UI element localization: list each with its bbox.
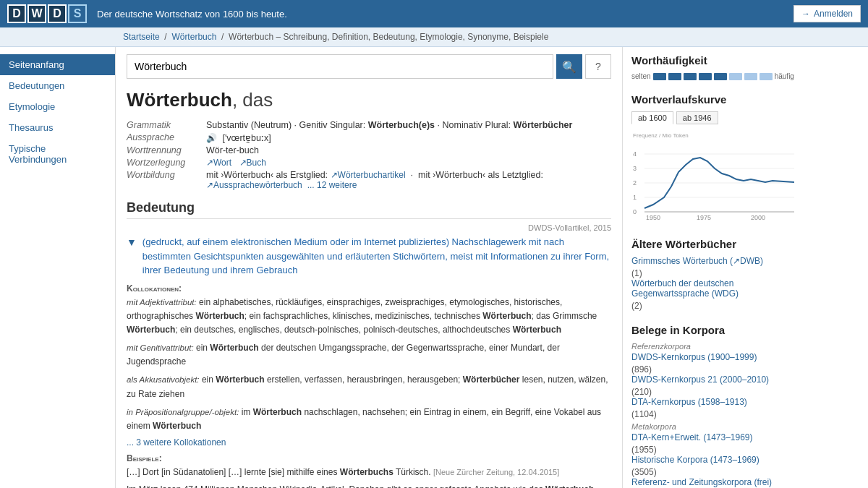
worthaeufigkeit-section: Worthäufigkeit selten häufig [631,54,794,80]
grammar-row-aussprache: Aussprache 🔊 ['vœrtɐ̯buːx] [127,132,611,143]
dta-kernkorpus-link[interactable]: DTA-Kernkorpus (1598–1913) [631,397,794,407]
breadcrumb-home[interactable]: Startseite [123,32,160,42]
svg-text:1950: 1950 [646,214,660,221]
wdg-link[interactable]: Wörterbuch der deutschen Gegenwartssprac… [631,278,794,299]
grammar-label: Grammatik [127,120,206,130]
sidebar: Seitenanfang Bedeutungen Etymologie Thes… [0,47,116,488]
freq-label-selten: selten [631,72,651,80]
svg-text:1975: 1975 [697,214,711,221]
worttrennung-value: Wör-ter-buch [206,145,259,155]
aelteres-item-2: Wörterbuch der deutschen Gegenwartssprac… [631,278,794,311]
svg-text:2: 2 [633,179,637,187]
wortverlauf-tab-1600[interactable]: ab 1600 [631,111,673,124]
beispiele-label: Beispiele: [127,453,611,463]
wortverlauf-heading: Wortverlaufskurve [631,93,794,106]
referenz-label: Referenzkorpora [631,342,794,351]
freq-bar-3 [684,73,697,80]
main-content: 🔍 ? Wörterbuch, das Grammatik Substantiv… [116,47,622,488]
audio-icon[interactable]: 🔊 [206,133,217,143]
sidebar-item-seitenanfang[interactable]: Seitenanfang [0,54,115,75]
wortzerlegung-label: Wortzerlegung [127,158,206,168]
referenz-item-2: DWDS-Kernkorpus 21 (2000–2010) (210) [631,374,794,397]
svg-text:1: 1 [633,194,637,201]
entry-article: , das [232,89,273,111]
wortzerlegung-wort[interactable]: ↗Wort [206,158,231,168]
grammar-row-wortbildung: Wortbildung mit ›Wörterbuch‹ als Erstgli… [127,170,611,190]
aussprache-label: Aussprache [127,132,206,143]
dta-kern-erweit-count: (1955) [631,445,657,455]
wortzerlegung-buch[interactable]: ↗Buch [239,158,266,168]
login-label: Anmelden [814,9,853,19]
wortbildung-label: Wortbildung [127,170,206,190]
aussprache-value: 🔊 ['vœrtɐ̯buːx] [206,132,271,143]
dwds-kernkorpus-count: (896) [631,364,652,374]
freq-bar-area: selten häufig [631,72,794,80]
hist-korpora-link[interactable]: Historische Korpora (1473–1969) [631,455,794,465]
search-button[interactable]: 🔍 [556,54,582,79]
breadcrumb: Startseite / Wörterbuch / Wörterbuch – S… [0,27,868,47]
wortverlauf-tab-1946[interactable]: ab 1946 [676,111,718,124]
dwds-kernkorpus-link[interactable]: DWDS-Kernkorpus (1900–1999) [631,352,794,362]
svg-text:4: 4 [633,150,637,158]
kollok-praep-para: in Präpositionalgruppe/-objekt: im Wörte… [127,406,611,433]
freq-bar-2 [668,73,681,80]
referenz-item-1: DWDS-Kernkorpus (1900–1999) (896) [631,352,794,374]
more-kollok-link[interactable]: ... 3 weitere Kollokationen [127,437,226,448]
frequency-chart: Frequenz / Mio Token 4 3 2 1 0 [631,129,794,223]
wortverlauf-section: Wortverlaufskurve ab 1600 ab 1946 Freque… [631,93,794,225]
bedeutung-toggle[interactable]: ▼ [127,236,137,278]
wortbildung-value: mit ›Wörterbuch‹ als Erstglied: ↗Wörterb… [206,170,611,190]
logo: D W D S [7,4,87,23]
svg-text:0: 0 [633,208,637,215]
bedeutung-text: (gedruckt, auf einem elektronischen Medi… [142,235,611,278]
referenz-item-3: DTA-Kernkorpus (1598–1913) (1104) [631,397,794,419]
sidebar-item-typische-verbindungen[interactable]: Typische Verbindungen [0,138,115,170]
grammar-row-grammatik: Grammatik Substantiv (Neutrum) · Genitiv… [127,120,611,130]
grammar-value: Substantiv (Neutrum) · Genitiv Singular:… [206,120,572,130]
wortzerlegung-value: ↗Wort ↗Buch [206,158,266,168]
aeltere-woerterbuecher-heading: Ältere Wörterbücher [631,238,794,250]
right-panel: Worthäufigkeit selten häufig Wortverlauf… [622,47,803,488]
wortbildung-link1[interactable]: ↗Wörterbuchartikel [331,170,406,180]
header: D W D S Der deutsche Wortschatz von 1600… [0,0,868,27]
grammar-row-wortzerlegung: Wortzerlegung ↗Wort ↗Buch [127,158,611,168]
freq-label-haeufig: häufig [775,72,794,80]
freq-bar-8 [760,73,773,80]
belege-section: Belege in Korpora Referenzkorpora DWDS-K… [631,324,794,488]
search-area: 🔍 ? [127,54,611,79]
dta-kernkorpus-count: (1104) [631,409,657,419]
logo-s: S [68,4,87,23]
wortbildung-more[interactable]: ... 12 weitere [307,180,357,190]
svg-text:2000: 2000 [751,214,765,221]
kollok-akk-para: als Akkusativobjekt: ein Wörterbuch erst… [127,373,611,401]
login-button[interactable]: → Anmelden [793,5,861,22]
sidebar-item-etymologie[interactable]: Etymologie [0,96,115,117]
breadcrumb-woerterbuch[interactable]: Wörterbuch [171,32,216,42]
logo-d2: D [48,4,67,23]
wortverlauf-tabs: ab 1600 ab 1946 [631,111,794,124]
sidebar-item-thesaurus[interactable]: Thesaurus [0,117,115,138]
svg-text:3: 3 [633,165,637,172]
referenz-zeitung-link[interactable]: Referenz- und Zeitungskorpora (frei) [631,477,794,487]
grimm-link[interactable]: Grimmsches Wörterbuch (↗DWB) [631,256,794,266]
aelteres-item-1: Grimmsches Wörterbuch (↗DWB) (1) [631,256,794,278]
grammar-row-worttrennung: Worttrennung Wör-ter-buch [127,145,611,155]
grimm-count: (1) [631,268,642,278]
dwds-kernkorpus21-link[interactable]: DWDS-Kernkorpus 21 (2000–2010) [631,374,794,385]
logo-w: W [27,4,46,23]
beispiel-item-1: […] Dort [in Südanatolien] […] lernte [s… [127,466,611,479]
wortbildung-link2[interactable]: ↗Aussprachewörterbuch [206,180,302,190]
bedeutung-heading: Bedeutung [127,200,611,219]
grammar-table: Grammatik Substantiv (Neutrum) · Genitiv… [127,120,611,190]
dta-kern-erweit-link[interactable]: DTA-Kern+Erweit. (1473–1969) [631,432,794,442]
meta-label: Metakorpora [631,422,794,431]
sidebar-item-bedeutungen[interactable]: Bedeutungen [0,75,115,96]
beispiel-source-1: [Neue Zürcher Zeitung, 12.04.2015] [433,468,559,476]
beispiele-section: Beispiele: […] Dort [in Südanatolien] […… [127,453,611,488]
chart-y-label: Frequenz / Mio Token [633,132,689,139]
help-button[interactable]: ? [585,54,611,79]
wdg-count: (2) [631,301,642,311]
search-input[interactable] [127,54,553,79]
freq-bar-6 [729,73,742,80]
kollok-adj-para: mit Adjektivattribut: ein alphabetisches… [127,296,611,338]
